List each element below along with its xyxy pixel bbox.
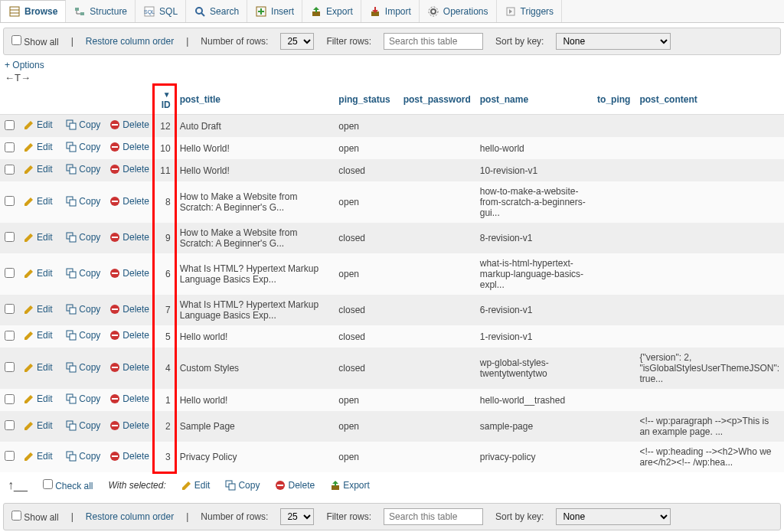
filter-input[interactable] xyxy=(384,33,483,50)
cell-to-ping[interactable] xyxy=(593,253,635,295)
delete-button[interactable]: Delete xyxy=(109,330,149,341)
bulk-delete[interactable]: Delete xyxy=(275,480,315,491)
cell-id[interactable]: 11 xyxy=(154,159,175,181)
tab-triggers[interactable]: Triggers xyxy=(497,0,563,22)
numrows-select-bottom[interactable]: 25 xyxy=(280,508,314,525)
cell-ping-status[interactable]: open xyxy=(334,253,398,295)
edit-button[interactable]: Edit xyxy=(24,268,53,279)
cell-to-ping[interactable] xyxy=(593,137,635,159)
bulk-edit[interactable]: Edit xyxy=(181,480,211,491)
check-all[interactable]: Check all xyxy=(43,479,93,491)
delete-button[interactable]: Delete xyxy=(109,164,149,175)
col-post-name[interactable]: post_name xyxy=(475,85,593,115)
row-check[interactable] xyxy=(5,394,15,404)
col-id[interactable]: ▼ ID xyxy=(154,85,175,115)
cell-post-password[interactable] xyxy=(399,411,475,442)
cell-post-content[interactable]: {"version": 2, "isGlobalStylesUserThemeJ… xyxy=(635,348,784,389)
cell-post-title[interactable]: Hello world! xyxy=(175,325,335,348)
show-all-check-bottom[interactable]: Show all xyxy=(11,511,59,523)
cell-post-title[interactable]: Hello World! xyxy=(175,137,335,159)
cell-post-name[interactable]: 6-revision-v1 xyxy=(475,295,593,325)
cell-post-name[interactable]: privacy-policy xyxy=(475,442,593,472)
cell-post-title[interactable]: How to Make a Website from Scratch: A Be… xyxy=(175,223,335,253)
cell-post-password[interactable] xyxy=(399,389,475,411)
cell-post-content[interactable] xyxy=(635,115,784,138)
cell-to-ping[interactable] xyxy=(593,389,635,411)
tab-export[interactable]: Export xyxy=(302,0,361,22)
edit-button[interactable]: Edit xyxy=(24,393,53,404)
copy-button[interactable]: Copy xyxy=(66,196,100,207)
numrows-select[interactable]: 25 xyxy=(280,33,314,50)
cell-post-title[interactable]: Sample Page xyxy=(175,411,335,442)
row-check[interactable] xyxy=(5,331,15,341)
cell-post-password[interactable] xyxy=(399,325,475,348)
cell-id[interactable]: 1 xyxy=(154,389,175,411)
edit-button[interactable]: Edit xyxy=(24,119,53,130)
cell-to-ping[interactable] xyxy=(593,223,635,253)
edit-button[interactable]: Edit xyxy=(24,196,53,207)
tab-structure[interactable]: Structure xyxy=(66,0,136,22)
cell-ping-status[interactable]: closed xyxy=(334,295,398,325)
cell-post-content[interactable] xyxy=(635,295,784,325)
cell-post-name[interactable]: 8-revision-v1 xyxy=(475,223,593,253)
delete-button[interactable]: Delete xyxy=(109,393,149,404)
row-check[interactable] xyxy=(5,420,15,430)
cell-ping-status[interactable]: open xyxy=(334,181,398,223)
copy-button[interactable]: Copy xyxy=(66,268,100,279)
delete-button[interactable]: Delete xyxy=(109,142,149,152)
cell-post-title[interactable]: Privacy Policy xyxy=(175,442,335,472)
row-check[interactable] xyxy=(5,120,15,130)
bulk-export[interactable]: Export xyxy=(330,480,370,491)
row-check[interactable] xyxy=(5,268,15,278)
row-check[interactable] xyxy=(5,362,15,372)
cell-post-password[interactable] xyxy=(399,159,475,181)
cell-id[interactable]: 4 xyxy=(154,348,175,389)
row-check[interactable] xyxy=(5,196,15,206)
cell-post-name[interactable]: how-to-make-a-website-from-scratch-a-beg… xyxy=(475,181,593,223)
cell-ping-status[interactable]: closed xyxy=(334,223,398,253)
cell-ping-status[interactable]: open xyxy=(334,115,398,138)
show-all-checkbox-bottom[interactable] xyxy=(11,511,21,521)
cell-post-content[interactable] xyxy=(635,253,784,295)
cell-post-password[interactable] xyxy=(399,223,475,253)
cell-post-title[interactable]: What Is HTML? Hypertext Markup Language … xyxy=(175,253,335,295)
bulk-copy[interactable]: Copy xyxy=(225,480,260,491)
cell-id[interactable]: 6 xyxy=(154,253,175,295)
cell-post-name[interactable]: 10-revision-v1 xyxy=(475,159,593,181)
cell-post-password[interactable] xyxy=(399,442,475,472)
cell-post-content[interactable] xyxy=(635,181,784,223)
restore-column-order[interactable]: Restore column order xyxy=(86,36,174,47)
filter-input-bottom[interactable] xyxy=(384,508,483,525)
edit-button[interactable]: Edit xyxy=(24,451,53,462)
cell-id[interactable]: 7 xyxy=(154,295,175,325)
cell-to-ping[interactable] xyxy=(593,159,635,181)
cell-ping-status[interactable]: open xyxy=(334,442,398,472)
cell-post-content[interactable] xyxy=(635,389,784,411)
delete-button[interactable]: Delete xyxy=(109,119,149,130)
col-arrows[interactable]: ←T→ xyxy=(0,70,784,85)
col-post-title[interactable]: post_title xyxy=(175,85,335,115)
row-check[interactable] xyxy=(5,451,15,461)
cell-post-password[interactable] xyxy=(399,115,475,138)
copy-button[interactable]: Copy xyxy=(66,420,100,431)
edit-button[interactable]: Edit xyxy=(24,304,53,315)
sortkey-select-bottom[interactable]: None xyxy=(556,508,671,525)
cell-post-content[interactable]: <!-- wp:heading --><h2>Who we are</h2><!… xyxy=(635,442,784,472)
delete-button[interactable]: Delete xyxy=(109,196,149,207)
cell-post-title[interactable]: How to Make a Website from Scratch: A Be… xyxy=(175,181,335,223)
cell-post-title[interactable]: Hello world! xyxy=(175,389,335,411)
cell-post-content[interactable] xyxy=(635,137,784,159)
cell-post-title[interactable]: Auto Draft xyxy=(175,115,335,138)
cell-ping-status[interactable]: closed xyxy=(334,325,398,348)
cell-to-ping[interactable] xyxy=(593,442,635,472)
edit-button[interactable]: Edit xyxy=(24,232,53,243)
cell-ping-status[interactable]: closed xyxy=(334,159,398,181)
cell-to-ping[interactable] xyxy=(593,411,635,442)
cell-to-ping[interactable] xyxy=(593,115,635,138)
copy-button[interactable]: Copy xyxy=(66,304,100,315)
delete-button[interactable]: Delete xyxy=(109,268,149,279)
cell-post-name[interactable]: what-is-html-hypertext-markup-language-b… xyxy=(475,253,593,295)
check-all-box[interactable] xyxy=(43,479,53,489)
sortkey-select[interactable]: None xyxy=(556,33,671,50)
row-check[interactable] xyxy=(5,232,15,242)
